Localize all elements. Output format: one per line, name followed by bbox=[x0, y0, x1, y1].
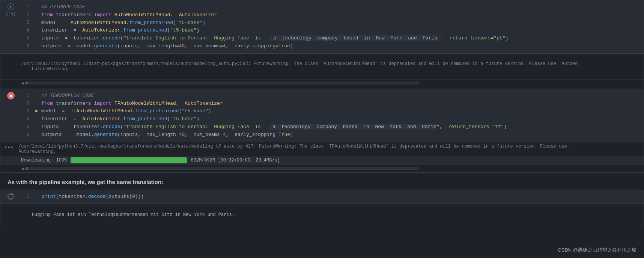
code-line: 4 tokenizer = AutoTokenizer.from_pretrai… bbox=[21, 27, 641, 35]
svg-marker-0 bbox=[10, 5, 12, 8]
progress-detail: 892M/892M [00:32<00:00, 29.4MB/s] bbox=[191, 158, 280, 163]
cell-print: 1 print(tokenizer.decode(outputs[0])) Hu… bbox=[0, 190, 644, 226]
code-line: 1 ## PYTORCH CODE bbox=[21, 3, 641, 11]
scrollbar-track[interactable] bbox=[25, 167, 419, 170]
pipeline-text-content: As with the pipeline example, we get the… bbox=[8, 179, 163, 185]
cell1-run-button[interactable] bbox=[8, 3, 14, 10]
code-line: 5 inputs = tokenizer.encode("translate E… bbox=[21, 35, 641, 42]
progress-label: Downloading: 100% bbox=[21, 158, 67, 163]
cell-tensorflow: 1 ## TENSORFLOW CODE 2 from transformers… bbox=[0, 89, 644, 173]
cell3-gutter bbox=[0, 192, 21, 201]
pipeline-text: As with the pipeline example, we get the… bbox=[0, 174, 644, 190]
progress-bar-track bbox=[71, 157, 187, 163]
cell2-warning-text: /usr/local/lib/python3.7/dist-packages/t… bbox=[18, 144, 572, 154]
code-line: 3 model = AutoModelWithLMHead.from_pretr… bbox=[21, 19, 641, 27]
scroll-left-arrow[interactable]: ◀ bbox=[21, 80, 24, 86]
scrollbar-track[interactable] bbox=[25, 81, 419, 84]
cell3-output: Hugging Face ist ein Technologieunterneh… bbox=[0, 204, 644, 226]
cell2-scrollbar[interactable]: ◀ bbox=[0, 165, 644, 172]
cell1-code: 1 ## PYTORCH CODE 2 from transformers im… bbox=[21, 2, 644, 52]
cell1-scrollbar[interactable]: ◀ bbox=[0, 79, 644, 87]
scrollbar-thumb[interactable] bbox=[25, 81, 28, 84]
code-line: 1 ## TENSORFLOW CODE bbox=[21, 92, 641, 100]
progress-bar-fill bbox=[71, 157, 187, 163]
dots-indicator: ••• bbox=[4, 145, 15, 151]
code-line: 6 outputs = model.generate(inputs, max_l… bbox=[21, 42, 641, 50]
code-line: 2 from transformers import AutoModelWith… bbox=[21, 11, 641, 19]
cell-pytorch: [40] 1 ## PYTORCH CODE 2 from transforme… bbox=[0, 0, 644, 87]
code-line: 2 from transformers import TFAutoModelWi… bbox=[21, 100, 641, 108]
cell2-run-button[interactable] bbox=[7, 92, 15, 100]
svg-rect-1 bbox=[10, 95, 12, 97]
scrollbar-thumb[interactable] bbox=[25, 167, 28, 170]
cell2-gutter bbox=[0, 91, 21, 101]
cell1-output: /usr/local/lib/python3.7/dist-packages/t… bbox=[0, 53, 644, 79]
csdn-watermark: CSDN @愚昧之山绝望之谷开悟之坡 bbox=[558, 247, 636, 253]
download-progress-area: Downloading: 100% 892M/892M [00:32<00:00… bbox=[0, 156, 644, 165]
translation-output: Hugging Face ist ein Technologieunterneh… bbox=[32, 212, 235, 217]
cell2-code: 1 ## TENSORFLOW CODE 2 from transformers… bbox=[21, 91, 644, 140]
cell1-counter: [40] bbox=[6, 12, 15, 16]
cell2-warning-output: ••• /usr/local/lib/python3.7/dist-packag… bbox=[0, 142, 644, 156]
cell3-code: 1 print(tokenizer.decode(outputs[0])) bbox=[21, 192, 644, 202]
code-line: 4 tokenizer = AutoTokenizer.from_pretrai… bbox=[21, 115, 641, 123]
scroll-left-arrow[interactable]: ◀ bbox=[21, 166, 24, 172]
code-line: 3 ▶ model = TFAutoModelWithLMHead.from_p… bbox=[21, 107, 641, 115]
cell1-gutter: [40] bbox=[0, 2, 21, 16]
code-line: 5 inputs = tokenizer.encode("translate E… bbox=[21, 123, 641, 131]
cell3-run-button[interactable] bbox=[8, 193, 14, 200]
code-line: 6 outputs = model.generate(inputs, max_l… bbox=[21, 131, 641, 139]
code-line: 1 print(tokenizer.decode(outputs[0])) bbox=[21, 193, 641, 201]
watermark-text: CSDN @愚昧之山绝望之谷开悟之坡 bbox=[558, 247, 636, 253]
